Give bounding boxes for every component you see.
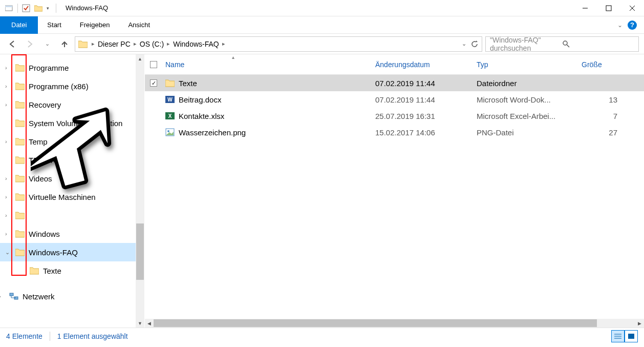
tree-scrollbar[interactable]: ▲ ▼ — [136, 54, 144, 328]
column-name[interactable]: Name▴ — [165, 60, 375, 69]
window-icon — [5, 4, 13, 12]
scroll-up-icon[interactable]: ▲ — [136, 54, 144, 63]
tree-item-label: Windows — [29, 230, 60, 238]
file-date: 25.07.2019 16:31 — [375, 112, 477, 120]
tree-item-label: System Volume Information — [29, 119, 122, 128]
tab-view[interactable]: Ansicht — [119, 16, 159, 34]
file-row[interactable]: XKontakte.xlsx25.07.2019 16:31Microsoft … — [145, 108, 644, 124]
chevron-right-icon[interactable]: › — [0, 293, 7, 299]
file-row[interactable]: ✓Texte07.02.2019 11:44Dateiordner — [145, 75, 644, 91]
navigation-bar: ⌄ ▸ Dieser PC ▸ OS (C:) ▸ Windows-FAQ ▸ … — [0, 34, 644, 54]
qat-folder-icon[interactable] — [34, 4, 42, 12]
file-size: 13 — [582, 95, 628, 104]
address-bar[interactable]: ▸ Dieser PC ▸ OS (C:) ▸ Windows-FAQ ▸ ⌄ — [75, 36, 482, 52]
word-icon: W — [165, 95, 175, 104]
file-row[interactable]: WBeitrag.docx07.02.2019 11:44Microsoft W… — [145, 91, 644, 108]
scroll-thumb[interactable] — [136, 223, 144, 280]
qat-dropdown-icon[interactable]: ▾ — [47, 6, 52, 11]
tree-item-label: Videos — [29, 174, 52, 183]
scroll-thumb[interactable] — [154, 319, 597, 327]
breadcrumb-folder[interactable]: Windows-FAQ — [171, 40, 221, 48]
address-dropdown-icon[interactable]: ⌄ — [462, 40, 466, 47]
file-row[interactable]: Wasserzeichen.png15.02.2017 14:06PNG-Dat… — [145, 124, 644, 140]
folder-icon — [30, 267, 40, 275]
column-headers: Name▴ Änderungsdatum Typ Größe — [145, 54, 644, 75]
chevron-right-icon[interactable]: ▸ — [221, 40, 226, 47]
qat-properties-icon[interactable] — [22, 4, 30, 12]
file-date: 15.02.2017 14:06 — [375, 128, 477, 137]
title-bar: ▾ Windows-FAQ — [0, 0, 644, 16]
status-selection: 1 Element ausgewählt — [57, 332, 128, 340]
horizontal-scrollbar[interactable]: ◀ ▶ — [145, 319, 644, 328]
tree-item-label: Temp — [29, 137, 48, 146]
column-date[interactable]: Änderungsdatum — [375, 60, 477, 69]
status-item-count: 4 Elemente — [6, 332, 42, 340]
file-type: Microsoft Excel-Arbei... — [477, 112, 582, 120]
close-button[interactable] — [620, 0, 644, 16]
minimize-button[interactable] — [573, 0, 597, 16]
annotation-red-box — [11, 54, 27, 276]
file-type: PNG-Datei — [477, 128, 582, 137]
tree-item-label: TFTP-Root — [29, 156, 67, 165]
column-type[interactable]: Typ — [477, 60, 582, 69]
tab-file[interactable]: Datei — [0, 16, 38, 34]
search-input[interactable]: "Windows-FAQ" durchsuchen — [485, 36, 639, 52]
refresh-icon[interactable] — [470, 40, 479, 48]
folder-icon — [165, 79, 175, 87]
forward-button[interactable] — [23, 37, 37, 51]
maximize-button[interactable] — [597, 0, 620, 16]
back-button[interactable] — [5, 37, 19, 51]
chevron-right-icon[interactable]: ▸ — [91, 40, 96, 47]
file-name: Texte — [179, 79, 197, 88]
file-name: Kontakte.xlsx — [179, 112, 224, 120]
network-icon — [9, 292, 19, 300]
up-button[interactable] — [57, 37, 72, 51]
svg-rect-9 — [10, 293, 13, 296]
help-icon[interactable]: ? — [628, 21, 637, 30]
tree-item-label: Virtuelle Maschinen — [29, 193, 96, 201]
file-size: 27 — [582, 128, 628, 137]
window-title: Windows-FAQ — [66, 4, 108, 12]
svg-rect-1 — [5, 6, 12, 7]
svg-text:W: W — [167, 97, 173, 103]
tab-share[interactable]: Freigeben — [71, 16, 119, 34]
file-type: Dateiordner — [477, 79, 582, 88]
file-date: 07.02.2019 11:44 — [375, 95, 477, 104]
scroll-left-icon[interactable]: ◀ — [145, 319, 154, 328]
column-size[interactable]: Größe — [582, 60, 628, 69]
ribbon-expand-icon[interactable]: ⌄ — [617, 22, 622, 29]
scroll-right-icon[interactable]: ▶ — [635, 319, 644, 328]
recent-dropdown-icon[interactable]: ⌄ — [40, 37, 54, 51]
ribbon-tabs: Datei Start Freigeben Ansicht ⌄ ? — [0, 16, 644, 34]
scroll-down-icon[interactable]: ▼ — [136, 319, 144, 328]
file-name: Wasserzeichen.png — [179, 128, 246, 137]
navigation-tree: ›Programme›Programme (x86)›RecoverySyste… — [0, 54, 144, 328]
excel-icon: X — [165, 111, 175, 120]
file-name: Beitrag.docx — [179, 95, 221, 104]
search-icon[interactable] — [562, 40, 634, 48]
search-placeholder: "Windows-FAQ" durchsuchen — [490, 36, 562, 52]
tree-item-label: Netzwerk — [23, 292, 55, 301]
file-type: Microsoft Word-Dok... — [477, 95, 582, 104]
tree-item-label: Programme (x86) — [29, 82, 89, 91]
tree-item-label: Programme — [29, 64, 69, 72]
breadcrumb-drive[interactable]: OS (C:) — [138, 40, 166, 48]
svg-line-8 — [567, 45, 569, 47]
chevron-right-icon[interactable]: ▸ — [133, 40, 138, 47]
tree-item-label: Recovery — [29, 100, 61, 109]
folder-icon — [78, 40, 88, 48]
chevron-right-icon[interactable]: ▸ — [166, 40, 171, 47]
header-checkbox[interactable] — [150, 61, 165, 68]
tree-item-label: Texte — [43, 267, 61, 275]
image-icon — [165, 128, 175, 137]
file-date: 07.02.2019 11:44 — [375, 79, 477, 88]
view-thumbnails-button[interactable] — [625, 330, 638, 342]
tab-start[interactable]: Start — [38, 16, 70, 34]
svg-rect-22 — [628, 334, 634, 339]
svg-rect-4 — [606, 6, 611, 11]
row-checkbox[interactable]: ✓ — [150, 79, 157, 87]
view-details-button[interactable] — [611, 330, 625, 342]
file-list-pane: Name▴ Änderungsdatum Typ Größe ✓Texte07.… — [145, 54, 644, 328]
tree-item[interactable]: ›Netzwerk — [0, 287, 144, 305]
breadcrumb-this-pc[interactable]: Dieser PC — [96, 40, 133, 48]
